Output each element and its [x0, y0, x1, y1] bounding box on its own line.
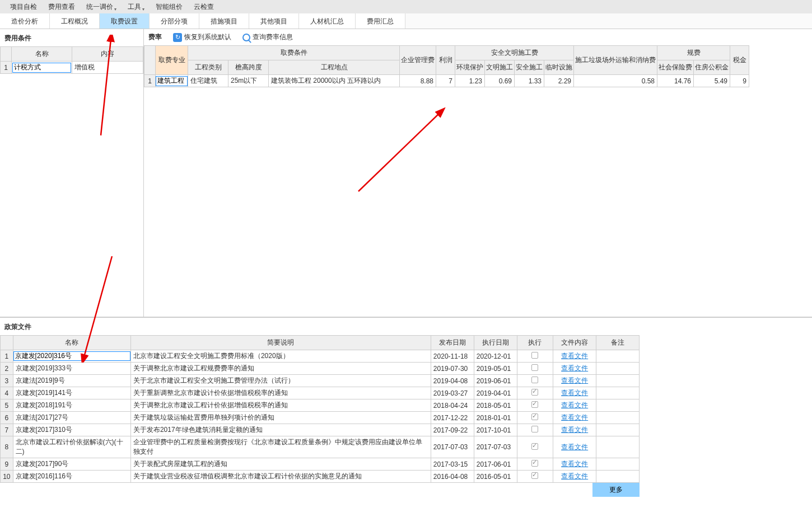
- cell-exec[interactable]: 2016-05-01: [474, 471, 517, 483]
- cell-desc[interactable]: 关于发布2017年绿色建筑消耗量定额的通知: [130, 424, 431, 436]
- reset-to-default[interactable]: ↻ 恢复到系统默认: [173, 32, 231, 42]
- menu-item-self-check[interactable]: 项目自检: [4, 2, 43, 12]
- cell-desc[interactable]: 企业管理费中的工程质量检测费按现行《北京市建设工程质量条例》中规定该费用应由建设…: [130, 436, 431, 458]
- cell-remark[interactable]: [596, 350, 640, 363]
- cell-remark[interactable]: [596, 436, 640, 458]
- cell-execute[interactable]: [517, 350, 553, 363]
- cell-remark[interactable]: [596, 387, 640, 399]
- cell-exec[interactable]: 2020-12-01: [474, 350, 517, 363]
- cell-execute[interactable]: [517, 436, 553, 458]
- view-file-link[interactable]: 查看文件: [553, 436, 596, 458]
- query-rate-info[interactable]: 查询费率信息: [242, 32, 293, 42]
- checkbox-icon[interactable]: [531, 364, 538, 371]
- cell-civil[interactable]: 0.69: [485, 75, 515, 87]
- cond-name-input[interactable]: [12, 63, 71, 73]
- cell-remark[interactable]: [596, 424, 640, 436]
- more-button[interactable]: 更多: [592, 483, 640, 497]
- cell-name[interactable]: 京建发[2018]191号: [13, 399, 130, 412]
- tab-fee-setting[interactable]: 取费设置: [100, 13, 150, 29]
- menu-item-smart[interactable]: 智能组价: [150, 2, 188, 12]
- cell-type[interactable]: 住宅建筑: [188, 75, 228, 87]
- checkbox-icon[interactable]: [531, 413, 538, 420]
- cell-pub[interactable]: 2019-07-30: [431, 363, 474, 375]
- rate-row[interactable]: 1 住宅建筑 25m以下 建筑装饰工程 20000以内 五环路以内 8.88 7…: [144, 75, 749, 87]
- cell-desc[interactable]: 北京市建设工程安全文明施工费费用标准（2020版）: [130, 350, 431, 363]
- cell-desc[interactable]: 关于建筑垃圾运输处置费用单独列项计价的通知: [130, 412, 431, 424]
- cell-exec[interactable]: 2019-05-01: [474, 363, 517, 375]
- cell-name[interactable]: 京建法[2019]9号: [13, 375, 130, 387]
- cell-pub[interactable]: 2017-12-22: [431, 412, 474, 424]
- policy-row[interactable]: 6京建法[2017]27号关于建筑垃圾运输处置费用单独列项计价的通知2017-1…: [1, 412, 640, 424]
- cell-desc[interactable]: 关于调整北京市建设工程计价依据增值税税率的通知: [130, 399, 431, 412]
- cell-name[interactable]: 京建发[2019]333号: [13, 363, 130, 375]
- cell-desc[interactable]: 关于调整北京市建设工程规费费率的通知: [130, 363, 431, 375]
- cell-pub[interactable]: 2017-09-22: [431, 424, 474, 436]
- cell-exec[interactable]: 2018-01-01: [474, 412, 517, 424]
- cell-name[interactable]: 京建发[2016]116号: [13, 471, 130, 483]
- cond-row[interactable]: 1 增值税: [1, 62, 143, 74]
- tab-measure[interactable]: 措施项目: [199, 13, 249, 29]
- cell-remark[interactable]: [596, 399, 640, 412]
- view-file-link[interactable]: 查看文件: [553, 350, 596, 363]
- cell-profit[interactable]: 7: [436, 75, 455, 87]
- cell-exec[interactable]: 2017-06-01: [474, 458, 517, 471]
- view-file-link[interactable]: 查看文件: [553, 412, 596, 424]
- cond-content-cell[interactable]: 增值税: [72, 62, 143, 74]
- cell-exec[interactable]: 2018-05-01: [474, 399, 517, 412]
- checkbox-icon[interactable]: [531, 401, 538, 408]
- cell-desc[interactable]: 关于建筑业营业税改征增值税调整北京市建设工程计价依据的实施意见的通知: [130, 471, 431, 483]
- tab-subsection[interactable]: 分部分项: [150, 13, 199, 29]
- cell-remark[interactable]: [596, 471, 640, 483]
- cell-execute[interactable]: [517, 412, 553, 424]
- cell-span[interactable]: 25m以下: [228, 75, 269, 87]
- policy-row[interactable]: 2京建发[2019]333号关于调整北京市建设工程规费费率的通知2019-07-…: [1, 363, 640, 375]
- cell-pub[interactable]: 2018-04-24: [431, 399, 474, 412]
- policy-row[interactable]: 1北京市建设工程安全文明施工费费用标准（2020版）2020-11-182020…: [1, 350, 640, 363]
- tab-other[interactable]: 其他项目: [249, 13, 299, 29]
- cell-pub[interactable]: 2017-03-15: [431, 458, 474, 471]
- cell-exec[interactable]: 2019-06-01: [474, 375, 517, 387]
- cell-execute[interactable]: [517, 424, 553, 436]
- cell-execute[interactable]: [517, 458, 553, 471]
- tab-fee-summary[interactable]: 费用汇总: [356, 13, 405, 29]
- cell-trash[interactable]: 0.58: [574, 75, 657, 87]
- cell-execute[interactable]: [517, 471, 553, 483]
- policy-name-input[interactable]: [13, 351, 130, 361]
- view-file-link[interactable]: 查看文件: [553, 387, 596, 399]
- tab-price-analysis[interactable]: 造价分析: [0, 13, 50, 29]
- checkbox-icon[interactable]: [531, 426, 538, 432]
- menu-item-fee-view[interactable]: 费用查看: [43, 2, 81, 12]
- cell-name[interactable]: 北京市建设工程计价依据解读(六)(十二): [13, 436, 130, 458]
- view-file-link[interactable]: 查看文件: [553, 424, 596, 436]
- cell-desc[interactable]: 关于装配式房屋建筑工程的通知: [130, 458, 431, 471]
- cell-name[interactable]: 京建发[2017]90号: [13, 458, 130, 471]
- cell-desc[interactable]: 关于北京市建设工程安全文明施工费管理办法（试行）: [130, 375, 431, 387]
- view-file-link[interactable]: 查看文件: [553, 471, 596, 483]
- cell-remark[interactable]: [596, 458, 640, 471]
- cell-pub[interactable]: 2019-03-27: [431, 387, 474, 399]
- cell-remark[interactable]: [596, 363, 640, 375]
- view-file-link[interactable]: 查看文件: [553, 375, 596, 387]
- major-input[interactable]: [156, 76, 188, 86]
- checkbox-icon[interactable]: [531, 377, 538, 383]
- cell-pub[interactable]: 2020-11-18: [431, 350, 474, 363]
- cell-pub[interactable]: 2016-04-08: [431, 471, 474, 483]
- cell-exec[interactable]: 2017-07-03: [474, 436, 517, 458]
- cell-tax[interactable]: 9: [730, 75, 749, 87]
- cell-safe[interactable]: 1.33: [515, 75, 544, 87]
- cell-temp[interactable]: 2.29: [544, 75, 574, 87]
- cell-mgmt[interactable]: 8.88: [400, 75, 436, 87]
- cell-name[interactable]: 京建发[2019]141号: [13, 387, 130, 399]
- checkbox-icon[interactable]: [531, 472, 538, 479]
- policy-row[interactable]: 4京建发[2019]141号关于重新调整北京市建设计价依据增值税税率的通知201…: [1, 387, 640, 399]
- menu-item-tools[interactable]: 工具▾: [122, 2, 150, 12]
- tab-project-overview[interactable]: 工程概况: [50, 13, 100, 29]
- cell-loc[interactable]: 建筑装饰工程 20000以内 五环路以内: [269, 75, 400, 87]
- checkbox-icon[interactable]: [531, 443, 538, 450]
- cell-exec[interactable]: 2019-04-01: [474, 387, 517, 399]
- cell-execute[interactable]: [517, 387, 553, 399]
- cell-name[interactable]: 京建发[2017]310号: [13, 424, 130, 436]
- menu-item-price-adjust[interactable]: 统一调价▾: [81, 2, 122, 12]
- cell-pub[interactable]: 2017-07-03: [431, 436, 474, 458]
- policy-row[interactable]: 7京建发[2017]310号关于发布2017年绿色建筑消耗量定额的通知2017-…: [1, 424, 640, 436]
